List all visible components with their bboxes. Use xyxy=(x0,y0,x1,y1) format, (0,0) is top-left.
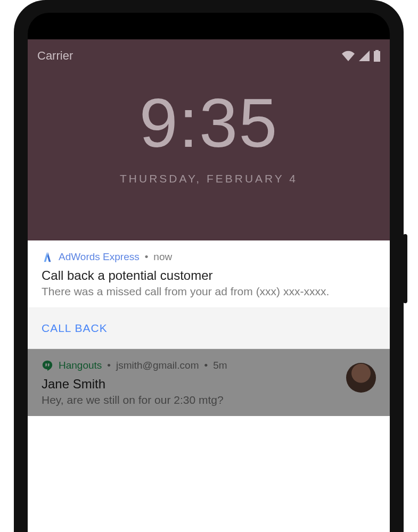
lock-time: 9:35 xyxy=(28,88,390,157)
notification-title: Jane Smith xyxy=(42,377,340,392)
notification-body: There was a missed call from your ad fro… xyxy=(42,285,376,298)
notification-title: Call back a potential customer xyxy=(42,268,376,283)
power-button[interactable] xyxy=(403,234,407,303)
cellular-icon xyxy=(359,51,370,61)
app-name: AdWords Express xyxy=(59,251,140,263)
svg-rect-1 xyxy=(375,50,379,52)
status-icons xyxy=(342,50,380,62)
notification-time: now xyxy=(153,251,172,263)
adwords-icon xyxy=(42,251,53,263)
lock-date: THURSDAY, FEBRUARY 4 xyxy=(28,172,390,185)
notification-header: AdWords Express • now xyxy=(42,251,376,263)
status-bar: Carrier xyxy=(28,45,390,63)
avatar xyxy=(346,363,376,393)
svg-rect-0 xyxy=(374,51,380,62)
notification-action-bar: CALL BACK xyxy=(28,308,390,349)
phone-screen: Carrier 9:35 THURSDAY, FEBRUARY 4 xyxy=(28,39,390,532)
separator: • xyxy=(107,360,111,371)
app-name: Hangouts xyxy=(59,360,102,371)
hangouts-icon xyxy=(42,360,53,371)
notification-body: Hey, are we still on for our 2:30 mtg? xyxy=(42,394,340,406)
wifi-icon xyxy=(342,51,355,61)
carrier-label: Carrier xyxy=(37,49,73,63)
notification-adwords[interactable]: AdWords Express • now Call back a potent… xyxy=(28,240,390,349)
account-label: jsmith@gmail.com xyxy=(116,360,199,371)
separator: • xyxy=(204,360,208,371)
lock-screen-top: Carrier 9:35 THURSDAY, FEBRUARY 4 xyxy=(28,39,390,240)
separator: • xyxy=(145,251,149,263)
phone-inner: Carrier 9:35 THURSDAY, FEBRUARY 4 xyxy=(28,13,390,532)
notification-hangouts[interactable]: Hangouts • jsmith@gmail.com • 5m Jane Sm… xyxy=(28,349,390,416)
notification-header: Hangouts • jsmith@gmail.com • 5m xyxy=(42,360,340,371)
notification-time: 5m xyxy=(213,360,227,371)
call-back-button[interactable]: CALL BACK xyxy=(42,322,108,335)
battery-icon xyxy=(374,50,380,62)
phone-frame: Carrier 9:35 THURSDAY, FEBRUARY 4 xyxy=(14,0,404,532)
